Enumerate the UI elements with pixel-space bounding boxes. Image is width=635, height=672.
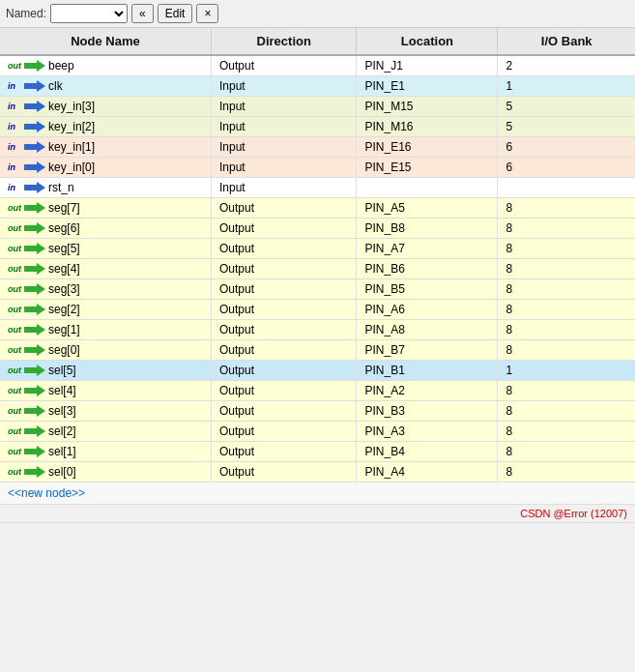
- cell-location: PIN_B4: [357, 442, 498, 462]
- output-arrow-icon: [24, 221, 45, 235]
- node-name-text: clk: [48, 79, 63, 93]
- cell-location: PIN_E16: [357, 137, 498, 158]
- table-row[interactable]: outbeepOutputPIN_J12: [0, 55, 635, 76]
- table-row[interactable]: outseg[1]OutputPIN_A88: [0, 320, 635, 340]
- output-arrow-icon: [24, 384, 45, 397]
- table-row[interactable]: inkey_in[0]InputPIN_E156: [0, 158, 635, 178]
- table-row[interactable]: inclkInputPIN_E11: [0, 76, 635, 97]
- pin-table-container: Node Name Direction Location I/O Bank ou…: [0, 28, 635, 523]
- node-name-text: seg[1]: [48, 323, 80, 336]
- table-row[interactable]: inkey_in[3]InputPIN_M155: [0, 97, 635, 117]
- cell-location: PIN_A7: [357, 239, 498, 259]
- cell-io-bank: 8: [498, 259, 635, 279]
- new-node-label[interactable]: <<new node>>: [0, 482, 635, 505]
- cell-direction: Output: [212, 55, 357, 76]
- footer-row: CSDN @Error (12007): [0, 505, 635, 523]
- table-row[interactable]: inkey_in[1]InputPIN_E166: [0, 137, 635, 158]
- cell-location: PIN_B6: [357, 259, 498, 279]
- output-badge: out: [8, 426, 21, 436]
- new-node-row[interactable]: <<new node>>: [0, 482, 635, 505]
- cell-direction: Input: [212, 117, 357, 137]
- cell-direction: Input: [212, 137, 357, 158]
- cell-node-name: outseg[6]: [0, 219, 212, 239]
- svg-marker-12: [24, 304, 45, 315]
- table-row[interactable]: outsel[2]OutputPIN_A38: [0, 422, 635, 442]
- node-name-text: sel[4]: [48, 384, 76, 397]
- table-row[interactable]: outseg[6]OutputPIN_B88: [0, 219, 635, 239]
- cell-io-bank: 8: [498, 279, 635, 300]
- input-arrow-icon: [24, 181, 45, 194]
- cell-direction: Output: [212, 259, 357, 279]
- cell-node-name: outsel[5]: [0, 361, 212, 381]
- table-row[interactable]: outsel[5]OutputPIN_B11: [0, 361, 635, 381]
- cell-location: PIN_B1: [357, 361, 498, 381]
- cell-node-name: inkey_in[1]: [0, 137, 212, 158]
- table-row[interactable]: outsel[3]OutputPIN_B38: [0, 401, 635, 422]
- output-badge: out: [8, 467, 21, 477]
- table-row[interactable]: outsel[4]OutputPIN_A28: [0, 381, 635, 401]
- cell-node-name: outsel[2]: [0, 422, 212, 442]
- output-badge: out: [8, 365, 21, 375]
- table-row[interactable]: outseg[5]OutputPIN_A78: [0, 239, 635, 259]
- output-arrow-icon: [24, 303, 45, 316]
- cell-direction: Output: [212, 381, 357, 401]
- cell-location: PIN_A4: [357, 462, 498, 482]
- close-button[interactable]: ×: [196, 4, 218, 23]
- svg-marker-17: [24, 405, 45, 417]
- output-arrow-icon: [24, 404, 45, 418]
- table-row[interactable]: outseg[4]OutputPIN_B68: [0, 259, 635, 279]
- output-arrow-icon: [24, 282, 45, 296]
- svg-marker-4: [24, 141, 45, 153]
- input-badge: in: [8, 122, 21, 131]
- edit-button[interactable]: Edit: [158, 4, 193, 23]
- cell-io-bank: 6: [498, 137, 635, 158]
- output-badge: out: [8, 447, 21, 456]
- output-arrow-icon: [24, 424, 45, 438]
- table-row[interactable]: outseg[0]OutputPIN_B78: [0, 340, 635, 361]
- cell-node-name: inkey_in[2]: [0, 117, 212, 137]
- output-badge: out: [8, 386, 21, 395]
- cell-location: PIN_B5: [357, 279, 498, 300]
- named-select[interactable]: [50, 4, 128, 23]
- cell-direction: Output: [212, 239, 357, 259]
- table-row[interactable]: outseg[2]OutputPIN_A68: [0, 300, 635, 320]
- cell-location: PIN_J1: [357, 55, 498, 76]
- cell-node-name: outsel[3]: [0, 401, 212, 422]
- output-badge: out: [8, 264, 21, 274]
- output-arrow-icon: [24, 323, 45, 336]
- input-arrow-icon: [24, 120, 45, 133]
- svg-marker-7: [24, 202, 45, 214]
- cell-node-name: outseg[7]: [0, 198, 212, 219]
- table-row[interactable]: outseg[7]OutputPIN_A58: [0, 198, 635, 219]
- table-row[interactable]: outsel[0]OutputPIN_A48: [0, 462, 635, 482]
- svg-marker-15: [24, 365, 45, 376]
- svg-marker-3: [24, 121, 45, 132]
- cell-location: PIN_A2: [357, 381, 498, 401]
- table-row[interactable]: outseg[3]OutputPIN_B58: [0, 279, 635, 300]
- col-io-bank: I/O Bank: [498, 28, 635, 55]
- cell-node-name: outsel[0]: [0, 462, 212, 482]
- node-name-text: seg[4]: [48, 262, 80, 276]
- output-arrow-icon: [24, 242, 45, 255]
- nav-prev-button[interactable]: «: [131, 4, 154, 23]
- svg-marker-9: [24, 243, 45, 254]
- output-badge: out: [8, 244, 21, 253]
- cell-node-name: inclk: [0, 76, 212, 97]
- table-row[interactable]: inkey_in[2]InputPIN_M165: [0, 117, 635, 137]
- cell-direction: Output: [212, 300, 357, 320]
- col-direction: Direction: [212, 28, 357, 55]
- output-badge: out: [8, 325, 21, 335]
- input-arrow-icon: [24, 140, 45, 154]
- table-row[interactable]: inrst_nInput: [0, 178, 635, 198]
- cell-location: [357, 178, 498, 198]
- node-name-text: seg[6]: [48, 221, 80, 235]
- input-badge: in: [8, 183, 21, 192]
- input-badge: in: [8, 142, 21, 152]
- table-row[interactable]: outsel[1]OutputPIN_B48: [0, 442, 635, 462]
- cell-location: PIN_A8: [357, 320, 498, 340]
- cell-location: PIN_B3: [357, 401, 498, 422]
- output-arrow-icon: [24, 465, 45, 479]
- cell-io-bank: 6: [498, 158, 635, 178]
- input-arrow-icon: [24, 161, 45, 174]
- svg-marker-18: [24, 425, 45, 437]
